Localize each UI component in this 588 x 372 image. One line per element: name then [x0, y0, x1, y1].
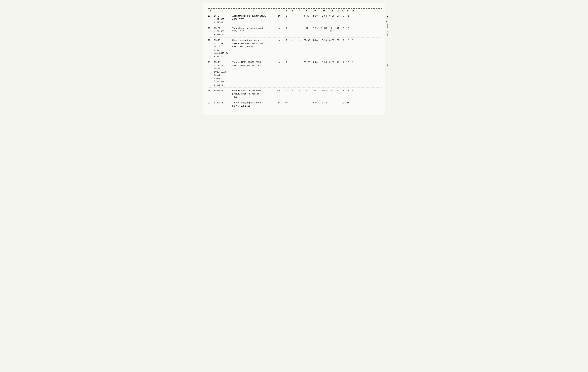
table-cell: I — [346, 27, 351, 30]
table-cell: I — [284, 27, 289, 30]
table-cell: I — [351, 39, 355, 42]
table-cell: – — [295, 39, 303, 42]
table-cell: 5 — [341, 39, 346, 42]
table-cell: 0–87 — [329, 61, 335, 64]
table-cell: – — [289, 89, 295, 92]
table-cell: 0–34 — [320, 101, 329, 105]
table-cell: – — [289, 27, 295, 30]
table-cell: 5–24 — [311, 39, 320, 42]
table-cell: 8–574-6 — [213, 101, 232, 105]
table-cell: 8–40 — [303, 14, 311, 18]
header-col-4: 4 — [275, 10, 284, 12]
table-cell: I9 — [208, 89, 213, 92]
table-cell: – — [351, 14, 355, 18]
table-cell: 79–70 — [303, 61, 311, 64]
table-cell: – — [351, 27, 355, 30]
table-cell: Шкаф силовой распреде-лительный ШРII–735… — [232, 39, 275, 49]
table-cell: I7 — [335, 14, 341, 18]
table-header: 1 2 3 4 5 6 7 8 9 IO II I2 I3 I4 I5 — [208, 9, 382, 13]
table-cell: 2 — [341, 27, 346, 30]
table-row: I5I5-04п.0I-02I8-525-2Автоматический вык… — [208, 13, 382, 25]
table-cell: 0–943 — [320, 27, 329, 30]
table-row: I7I5-I7п.I-I28I5-04стр.7Iдоп.№3I5-048-57… — [208, 38, 382, 59]
header-col-11: II — [329, 10, 335, 12]
table-cell: 0–66 — [311, 101, 320, 105]
table-cell: I5-04п.0I-02I8-525-2 — [213, 14, 232, 24]
header-col-15: I5 — [351, 10, 355, 12]
table-cell: – — [335, 89, 341, 92]
table-cell: 20 — [208, 101, 213, 105]
header-col-12: I2 — [335, 10, 341, 12]
table-cell: То же, ШРII–735I0–22УЗ53+II,40+0,33×I8+I… — [232, 61, 275, 67]
table-cell: I–98 — [320, 61, 329, 64]
table-cell: п — [275, 39, 284, 42]
table-cell: 2 — [346, 39, 351, 42]
table-cell: – — [295, 89, 303, 92]
table-body: I5I5-04п.0I-02I8-525-2Автоматический вык… — [208, 13, 382, 109]
table-cell: 80 — [335, 61, 341, 64]
table-cell: 0–87 — [329, 39, 335, 42]
table-cell: п — [275, 61, 284, 64]
table-cell: п — [275, 27, 284, 30]
header-col-7: 7 — [295, 10, 303, 12]
table-cell: 0–53 — [320, 89, 329, 92]
table-cell: – — [303, 101, 311, 105]
header-col-8: 8 — [303, 10, 311, 12]
table-cell: 9 — [341, 89, 346, 92]
top-dashed-line — [208, 8, 382, 9]
table-cell: I — [351, 61, 355, 64]
table-cell: 3 — [346, 89, 351, 92]
header-col-6: 6 — [289, 10, 295, 12]
page-container: 03-5-10.85 ( VII ) - 185 - 1 2 3 4 5 6 7… — [203, 3, 385, 115]
header-col-13: I3 — [341, 10, 346, 12]
table-cell: I5-05п.I1-0538-6I0-2 — [213, 27, 232, 37]
header-col-2: 2 — [213, 10, 232, 12]
table-cell: 2 — [346, 14, 351, 18]
table-row: I98–574-2Подготовка к включениюрубильник… — [208, 88, 382, 100]
table-cell: Трансформатор понижающийТСЗ–2,5/I — [232, 27, 275, 33]
table-cell: – — [295, 14, 303, 18]
table-cell: 72 — [335, 39, 341, 42]
table-row: I8I5-I7п.I-I28I5-04стр.7I.72Доп.3I5-04п.… — [208, 59, 382, 88]
table-cell: 8–574-2 — [213, 89, 232, 92]
table-cell: – — [295, 101, 303, 105]
table-cell: 5 — [341, 61, 346, 64]
table-cell: I7 — [208, 39, 213, 42]
table-cell: шт — [275, 101, 284, 105]
table-row: 208–574-6То же, предохранителейна ток до… — [208, 100, 382, 109]
table-cell: – — [295, 27, 303, 30]
table-cell: – — [295, 61, 303, 64]
table-cell: 32 — [341, 101, 346, 105]
table-cell: – — [289, 101, 295, 105]
table-cell: 4I — [335, 27, 341, 30]
table-cell: 2–88 — [311, 14, 320, 18]
table-cell: I–42 — [311, 89, 320, 92]
table-cell: I–98 — [320, 39, 329, 42]
header-col-10: IO — [320, 10, 329, 12]
table-cell: 48 — [284, 101, 289, 105]
table-cell: 0–06 — [329, 14, 335, 18]
table-cell: 2 — [284, 14, 289, 18]
header-col-14: I4 — [346, 10, 351, 12]
table-cell: 0–032 — [329, 27, 335, 33]
table-cell: – — [351, 89, 355, 92]
table-cell: 6 — [341, 14, 346, 18]
table-cell: – — [329, 101, 335, 105]
table-cell: – — [289, 61, 295, 64]
table-cell: Автоматический выключательАК50-2МУ2 — [232, 14, 275, 21]
table-cell: То же, предохранителейна ток до 250а — [232, 101, 275, 108]
table-cell: – — [289, 39, 295, 42]
table-cell: – — [329, 89, 335, 92]
table-cell: 4I — [303, 27, 311, 30]
table-cell: 72–32 — [303, 39, 311, 42]
table-cell: – — [303, 89, 311, 92]
table-cell: I — [284, 39, 289, 42]
header-col-9: 9 — [311, 10, 320, 12]
table-cell: – — [289, 14, 295, 18]
table-cell: полюс — [275, 89, 284, 92]
side-label-top: 03-5-10.85 ( VII ) — [386, 13, 388, 36]
table-cell: Подготовка к включениюрубильников на ток… — [232, 89, 275, 99]
table-cell: I5 — [208, 14, 213, 18]
table-row: I6I5-05п.I1-0538-6I0-2Трансформатор пони… — [208, 25, 382, 38]
table-cell: I–79 — [311, 27, 320, 30]
